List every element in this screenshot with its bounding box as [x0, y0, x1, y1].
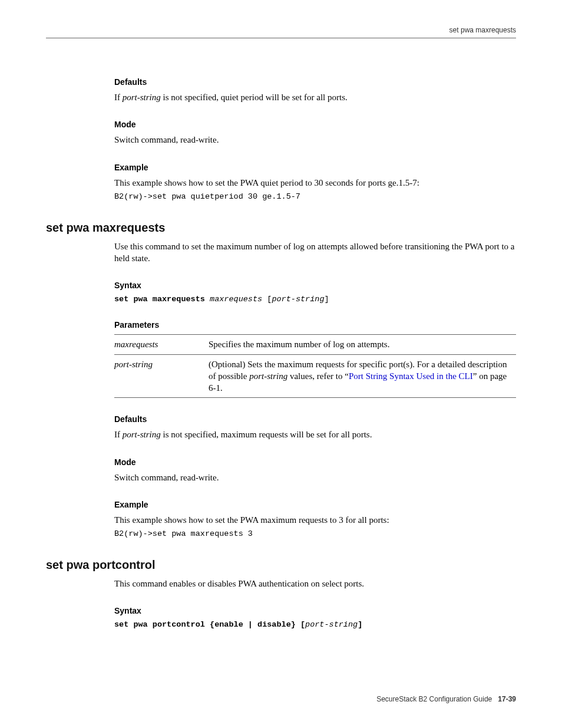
term-port-string: port-string — [123, 430, 161, 439]
cmd: set pwa maxrequests — [114, 295, 205, 304]
syntax-code-3: set pwa portcontrol {enable | disable} [… — [114, 620, 516, 629]
footer-page: 17-39 — [498, 695, 516, 703]
intro-portcontrol: This command enables or disables PWA aut… — [114, 578, 516, 589]
example-code-2: B2(rw)->set pwa maxrequests 3 — [114, 529, 516, 538]
bracket: ] — [325, 295, 329, 304]
arg: maxrequests — [205, 295, 267, 304]
bracket: ] — [358, 620, 362, 629]
intro-maxrequests: Use this command to set the maximum numb… — [114, 241, 516, 265]
parameters-table: maxrequests Specifies the maximum number… — [114, 334, 516, 398]
mode-paragraph-1: Switch command, read-write. — [114, 134, 516, 146]
heading-mode-2: Mode — [114, 457, 516, 467]
heading-mode-1: Mode — [114, 120, 516, 129]
heading-defaults-1: Defaults — [114, 77, 516, 87]
syntax-code-2: set pwa maxrequests maxrequests [port-st… — [114, 295, 516, 304]
heading-maxrequests: set pwa maxrequests — [46, 221, 516, 235]
table-row: maxrequests Specifies the maximum number… — [114, 335, 516, 354]
defaults-paragraph-1: If port-string is not specified, quiet p… — [114, 91, 516, 103]
heading-parameters-2: Parameters — [114, 320, 516, 330]
term-port-string: port-string — [123, 93, 161, 102]
cmd: set pwa portcontrol {enable | disable} [ — [114, 620, 305, 629]
heading-syntax-2: Syntax — [114, 281, 516, 290]
text: values, refer to “ — [287, 371, 349, 381]
footer-title: SecureStack B2 Configuration Guide — [376, 695, 492, 703]
param-name: maxrequests — [114, 335, 209, 354]
param-desc: Specifies the maximum number of log on a… — [209, 335, 516, 354]
arg: port-string — [272, 295, 324, 304]
example-paragraph-1: This example shows how to set the PWA qu… — [114, 177, 516, 189]
text: is not specified, maximum requests will … — [161, 430, 372, 439]
heading-portcontrol: set pwa portcontrol — [46, 558, 516, 572]
defaults-paragraph-2: If port-string is not specified, maximum… — [114, 429, 516, 440]
heading-syntax-3: Syntax — [114, 606, 516, 615]
table-row: port-string (Optional) Sets the maximum … — [114, 354, 516, 398]
term-port-string: port-string — [249, 371, 287, 381]
param-desc: (Optional) Sets the maximum requests for… — [209, 354, 516, 398]
example-paragraph-2: This example shows how to set the PWA ma… — [114, 514, 516, 526]
heading-example-2: Example — [114, 500, 516, 509]
text: If — [114, 93, 123, 102]
link-port-string-syntax[interactable]: Port String Syntax Used in the CLI — [349, 371, 473, 381]
arg: port-string — [305, 620, 358, 629]
text: If — [114, 430, 123, 439]
running-head: set pwa maxrequests — [46, 26, 516, 38]
mode-paragraph-2: Switch command, read-write. — [114, 472, 516, 483]
example-code-1: B2(rw)->set pwa quietperiod 30 ge.1.5-7 — [114, 192, 516, 201]
heading-defaults-2: Defaults — [114, 414, 516, 424]
param-name: port-string — [114, 354, 209, 398]
text: is not specified, quiet period will be s… — [161, 93, 348, 102]
heading-example-1: Example — [114, 163, 516, 172]
main-content: Defaults If port-string is not specified… — [46, 38, 516, 629]
page-footer: SecureStack B2 Configuration Guide 17-39 — [46, 695, 516, 703]
